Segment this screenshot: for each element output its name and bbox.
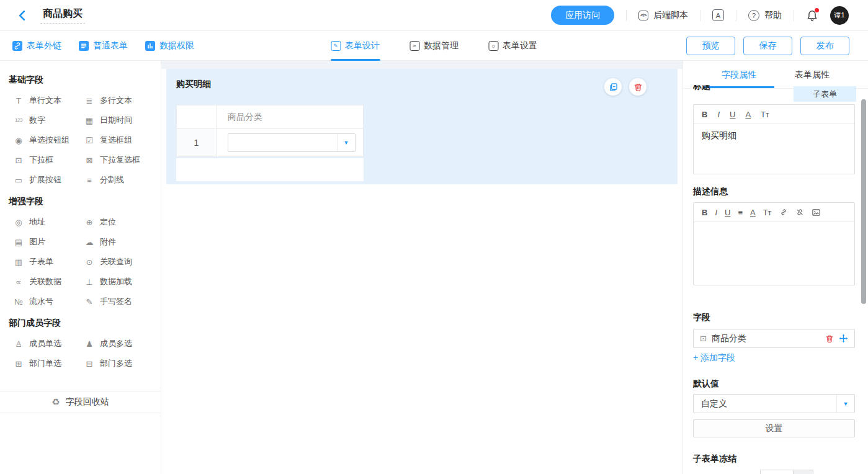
backend-script-button[interactable]: </> 后端脚本 [638, 10, 688, 21]
sidebar-item-linked-data[interactable]: ∝关联数据 [9, 272, 79, 292]
delete-field-button[interactable] [825, 334, 834, 343]
insert-link-button[interactable] [779, 208, 788, 217]
fields-label: 字段 [693, 312, 710, 323]
save-button[interactable]: 保存 [743, 37, 792, 55]
item-label: 关联查询 [100, 256, 132, 267]
back-button[interactable] [17, 10, 28, 21]
sidebar-item-member-single[interactable]: ♙成员单选 [9, 334, 79, 354]
font-color-button[interactable]: A [745, 110, 751, 118]
form-design-icon: ✎ [331, 41, 341, 51]
bar-chart-icon [145, 41, 155, 51]
link-chain-icon [779, 208, 788, 217]
font-size-button[interactable]: Tᴛ [763, 208, 772, 217]
italic-button[interactable]: I [715, 208, 717, 217]
sidebar-item-divider-line[interactable]: ≡分割线 [79, 170, 150, 190]
align-button[interactable]: ≡ [738, 208, 743, 217]
avatar[interactable]: 谭1 [830, 6, 849, 25]
notification-button[interactable] [806, 9, 818, 22]
tab-form-properties[interactable]: 表单属性 [795, 69, 830, 88]
sidebar-item-image[interactable]: ▤图片 [9, 232, 79, 252]
sidebar-item-multi-dropdown[interactable]: ⊠下拉复选框 [79, 150, 150, 170]
sidebar-item-radio-group[interactable]: ◉单选按钮组 [9, 130, 79, 150]
tab-form-design[interactable]: ✎ 表单设计 [331, 31, 380, 61]
add-field-button[interactable]: + 添加字段 [693, 352, 735, 364]
divider [736, 10, 736, 21]
subform-add-row-area[interactable] [176, 158, 364, 181]
move-field-handle[interactable] [839, 334, 848, 343]
data-permission-label: 数据权限 [159, 40, 194, 51]
category-select[interactable]: ▼ [228, 133, 356, 152]
translate-button[interactable]: A [712, 9, 724, 21]
item-label: 下拉框 [29, 154, 53, 166]
title-editor-value[interactable]: 购买明细 [694, 124, 854, 148]
copy-icon [609, 83, 618, 92]
insert-image-button[interactable] [812, 208, 821, 217]
form-external-link-button[interactable]: 表单外链 [12, 40, 61, 51]
bold-button[interactable]: B [702, 110, 707, 118]
notification-dot [815, 8, 819, 12]
subform-icon: ▥ [13, 258, 24, 266]
sidebar-item-extend-button[interactable]: ▭扩展按钮 [9, 170, 79, 190]
sidebar-item-data-load[interactable]: ⊥数据加载 [79, 272, 150, 292]
sidebar-item-dept-single[interactable]: ⊞部门单选 [9, 354, 79, 373]
font-color-button[interactable]: A [750, 208, 756, 217]
normal-form-button[interactable]: 普通表单 [79, 40, 128, 51]
default-value-select[interactable]: 自定义 ▼ [693, 394, 855, 413]
number-icon: 123 [13, 118, 24, 123]
field-recycle-bin-button[interactable]: ♻ 字段回收站 [0, 391, 161, 413]
bold-button[interactable]: B [702, 208, 707, 217]
sidebar-item-member-multi[interactable]: ♟成员多选 [79, 334, 150, 354]
description-label: 描述信息 [693, 186, 728, 197]
underline-button[interactable]: U [725, 208, 730, 217]
multi-line-text-icon: ≣ [84, 97, 95, 105]
sidebar-item-subform[interactable]: ▥子表单 [9, 252, 79, 272]
unlink-icon [795, 208, 804, 217]
sidebar-item-linked-query[interactable]: ⊙关联查询 [79, 252, 150, 272]
field-row-category[interactable]: ⊡ 商品分类 [693, 329, 855, 348]
delete-subform-button[interactable] [629, 78, 647, 96]
description-editor-value[interactable] [694, 222, 854, 235]
sidebar-item-location[interactable]: ⊕定位 [79, 212, 150, 232]
sidebar-item-dept-multi[interactable]: ⊟部门多选 [79, 354, 150, 373]
sidebar-item-serial-number[interactable]: №流水号 [9, 292, 79, 311]
sidebar-item-datetime[interactable]: ▦日期时间 [79, 110, 150, 130]
default-value-settings-button[interactable]: 设置 [693, 419, 855, 437]
item-label: 图片 [29, 236, 45, 248]
normal-form-label: 普通表单 [93, 40, 128, 51]
sidebar-item-number[interactable]: 123数字 [9, 110, 79, 130]
sidebar-item-single-line-text[interactable]: T单行文本 [9, 91, 79, 110]
page-title[interactable]: 商品购买 [40, 7, 85, 24]
sidebar-item-multi-line-text[interactable]: ≣多行文本 [79, 91, 150, 110]
description-editor[interactable]: B I U ≡ A Tᴛ [693, 202, 855, 285]
freeze-stepper-partial[interactable] [760, 470, 813, 474]
title-editor[interactable]: B I U A Tᴛ 购买明细 [693, 104, 855, 174]
copy-subform-button[interactable] [604, 78, 622, 96]
sidebar-item-address[interactable]: ◎地址 [9, 212, 79, 232]
section-title-dept-member-fields: 部门成员字段 [9, 318, 154, 329]
tab-field-properties[interactable]: 字段属性 [722, 69, 756, 88]
panel-scrollbar-thumb[interactable] [861, 99, 866, 304]
preview-button[interactable]: 预览 [686, 37, 735, 55]
help-button[interactable]: ? 帮助 [748, 10, 782, 21]
signature-icon: ✎ [84, 298, 95, 306]
underline-button[interactable]: U [730, 110, 735, 118]
publish-button[interactable]: 发布 [800, 37, 849, 55]
sidebar-item-signature[interactable]: ✎手写签名 [79, 292, 150, 311]
sidebar-item-dropdown[interactable]: ⊡下拉框 [9, 150, 79, 170]
item-label: 扩展按钮 [29, 174, 61, 186]
italic-button[interactable]: I [717, 110, 720, 118]
app-access-button[interactable]: 应用访问 [551, 6, 614, 25]
stepper-buttons[interactable] [794, 470, 813, 474]
tab-data-management[interactable]: ≈ 数据管理 [409, 31, 459, 61]
stepper-input[interactable] [760, 470, 794, 474]
field-library-sidebar: 基础字段 T单行文本 ≣多行文本 123数字 ▦日期时间 ◉单选按钮组 ☑复选框… [0, 61, 161, 474]
tab-form-settings[interactable]: ☼ 表单设置 [488, 31, 537, 61]
dropdown-field-icon: ⊡ [700, 334, 707, 343]
data-permission-button[interactable]: 数据权限 [145, 40, 194, 51]
remove-link-button[interactable] [795, 208, 804, 217]
font-size-button[interactable]: Tᴛ [761, 110, 769, 118]
sidebar-item-checkbox-group[interactable]: ☑复选框组 [79, 130, 150, 150]
subform-block-selected[interactable]: 购买明细 商品分类 [166, 69, 678, 184]
sidebar-item-attachment[interactable]: ☁附件 [79, 232, 150, 252]
address-pin-icon: ◎ [13, 218, 24, 226]
